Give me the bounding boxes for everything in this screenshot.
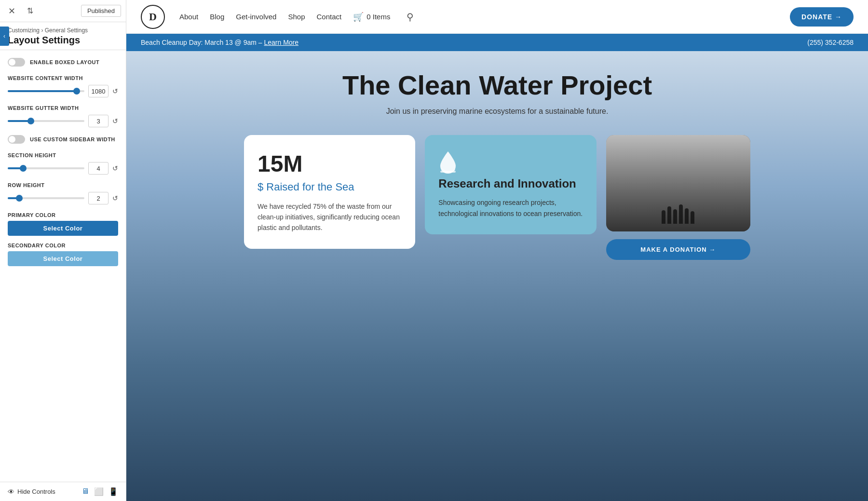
row-height-reset[interactable]: ↺	[112, 194, 118, 202]
bottom-bar: 👁 Hide Controls 🖥 ⬜ 📱	[0, 482, 126, 501]
card-research-innovation: Research and Innovation Showcasing ongoi…	[425, 135, 596, 235]
nav-link-get-involved[interactable]: Get-involved	[236, 13, 276, 21]
card-research-body: Showcasing ongoing research projects, te…	[438, 197, 583, 219]
announcement-phone: (255) 352-6258	[807, 39, 854, 46]
section-height-label: SECTION HEIGHT	[8, 152, 118, 158]
panel-content: ENABLE BOXED LAYOUT WEBSITE CONTENT WIDT…	[0, 50, 126, 482]
nav-links: About Blog Get-involved Shop Contact 🛒 0…	[179, 11, 775, 23]
row-height-label: ROW HEIGHT	[8, 182, 118, 188]
nav-link-blog[interactable]: Blog	[210, 13, 224, 21]
card-body-text: We have recycled 75% of the waste from o…	[258, 201, 402, 233]
nav-link-contact[interactable]: Contact	[317, 13, 342, 21]
breadcrumb-current: General Settings	[45, 27, 88, 34]
primary-color-button[interactable]: Select Color	[8, 221, 118, 236]
card-title-link[interactable]: $ Raised for the Sea	[258, 181, 402, 193]
row-height-row: 2 ↺	[8, 192, 118, 204]
website-content-width-section: WEBSITE CONTENT WIDTH 1080 ↺	[8, 75, 118, 97]
website-content-width-row: 1080 ↺	[8, 85, 118, 97]
row-height-value[interactable]: 2	[88, 192, 108, 204]
announcement-link[interactable]: Learn More	[264, 39, 298, 46]
enable-boxed-layout-toggle[interactable]	[8, 58, 25, 67]
nav-link-shop[interactable]: Shop	[288, 13, 305, 21]
cart-count: 0 Items	[366, 13, 390, 21]
hero-section: The Clean Water Project Join us in prese…	[126, 51, 868, 501]
back-button[interactable]: ‹	[0, 27, 9, 46]
svg-rect-0	[440, 171, 456, 173]
site-logo: D	[141, 5, 165, 29]
card-stat: 15M	[258, 150, 402, 177]
breadcrumb-separator: ›	[41, 27, 43, 34]
website-gutter-width-value[interactable]: 3	[88, 115, 108, 127]
preview-area: D About Blog Get-involved Shop Contact 🛒…	[126, 0, 868, 501]
card-research-title: Research and Innovation	[438, 177, 583, 191]
customizer-panel: ✕ ⇅ Published ‹ Customizing › General Se…	[0, 0, 126, 501]
donate-button[interactable]: DONATE →	[790, 7, 854, 27]
sort-button[interactable]: ⇅	[23, 4, 37, 18]
section-height-row: 4 ↺	[8, 162, 118, 175]
announcement-message: Beach Cleanup Day: March 13 @ 9am – Lear…	[141, 39, 298, 46]
silhouettes	[662, 204, 694, 224]
hero-subtitle: Join us in preserving marine ecosystems …	[386, 107, 609, 116]
card-photo-donate: MAKE A DONATION →	[606, 135, 750, 260]
enable-boxed-layout-label: ENABLE BOXED LAYOUT	[30, 59, 99, 65]
website-content-width-value[interactable]: 1080	[88, 85, 108, 97]
announcement-text: Beach Cleanup Day: March 13 @ 9am –	[141, 39, 262, 46]
hide-controls-button[interactable]: 👁 Hide Controls	[8, 488, 55, 496]
card-raised-for-sea: 15M $ Raised for the Sea We have recycle…	[244, 135, 415, 249]
top-bar: ✕ ⇅ Published	[0, 0, 126, 22]
website-gutter-width-row: 3 ↺	[8, 115, 118, 127]
photo-placeholder	[606, 135, 750, 231]
website-content-width-label: WEBSITE CONTENT WIDTH	[8, 75, 118, 81]
breadcrumb: Customizing › General Settings	[8, 27, 118, 34]
cart-icon: 🛒	[353, 12, 364, 22]
water-drop-icon	[438, 150, 458, 177]
tablet-icon[interactable]: ⬜	[94, 487, 104, 496]
cart-area[interactable]: 🛒 0 Items	[353, 12, 390, 22]
use-custom-sidebar-width-toggle[interactable]	[8, 135, 25, 144]
use-custom-sidebar-width-label: USE CUSTOM SIDEBAR WIDTH	[30, 136, 115, 142]
breadcrumb-parent[interactable]: Customizing	[8, 27, 40, 34]
desktop-icon[interactable]: 🖥	[81, 487, 89, 496]
section-height-reset[interactable]: ↺	[112, 164, 118, 172]
website-gutter-width-reset[interactable]: ↺	[112, 117, 118, 125]
hide-controls-label: Hide Controls	[17, 488, 55, 495]
slider-thumb[interactable]	[16, 195, 23, 202]
slider-thumb[interactable]	[20, 165, 27, 172]
secondary-color-section: SECONDARY COLOR Select Color	[8, 243, 118, 266]
close-button[interactable]: ✕	[5, 4, 18, 18]
section-height-value[interactable]: 4	[88, 162, 108, 175]
enable-boxed-layout-row: ENABLE BOXED LAYOUT	[8, 58, 118, 67]
row-height-slider[interactable]	[8, 197, 84, 199]
row-height-section: ROW HEIGHT 2 ↺	[8, 182, 118, 204]
photo-bg	[606, 135, 750, 231]
site-nav: D About Blog Get-involved Shop Contact 🛒…	[126, 0, 868, 34]
eye-icon: 👁	[8, 488, 14, 496]
primary-color-label: PRIMARY COLOR	[8, 212, 118, 218]
cards-row: 15M $ Raised for the Sea We have recycle…	[244, 135, 750, 260]
slider-thumb[interactable]	[27, 118, 34, 124]
website-gutter-width-label: WEBSITE GUTTER WIDTH	[8, 105, 118, 111]
nav-link-about[interactable]: About	[179, 13, 198, 21]
photo-inner	[606, 135, 750, 231]
website-gutter-width-slider[interactable]	[8, 120, 84, 122]
website-content-width-reset[interactable]: ↺	[112, 87, 118, 95]
secondary-color-label: SECONDARY COLOR	[8, 243, 118, 248]
website-content-width-slider[interactable]	[8, 90, 84, 92]
top-bar-left: ✕ ⇅	[5, 4, 37, 18]
device-icons: 🖥 ⬜ 📱	[81, 487, 118, 496]
primary-color-section: PRIMARY COLOR Select Color	[8, 212, 118, 236]
section-height-section: SECTION HEIGHT 4 ↺	[8, 152, 118, 175]
breadcrumb-section: Customizing › General Settings Layout Se…	[0, 22, 126, 50]
website-gutter-width-section: WEBSITE GUTTER WIDTH 3 ↺	[8, 105, 118, 127]
announcement-bar: Beach Cleanup Day: March 13 @ 9am – Lear…	[126, 34, 868, 51]
section-height-slider[interactable]	[8, 167, 84, 169]
mobile-icon[interactable]: 📱	[108, 487, 118, 496]
slider-thumb[interactable]	[73, 88, 80, 95]
search-icon[interactable]: ⚲	[407, 11, 414, 23]
slider-fill	[8, 90, 77, 92]
secondary-color-button[interactable]: Select Color	[8, 251, 118, 266]
hero-title: The Clean Water Project	[342, 70, 652, 100]
make-donation-button[interactable]: MAKE A DONATION →	[606, 239, 750, 260]
page-title: Layout Settings	[8, 35, 118, 46]
published-badge[interactable]: Published	[81, 5, 121, 17]
